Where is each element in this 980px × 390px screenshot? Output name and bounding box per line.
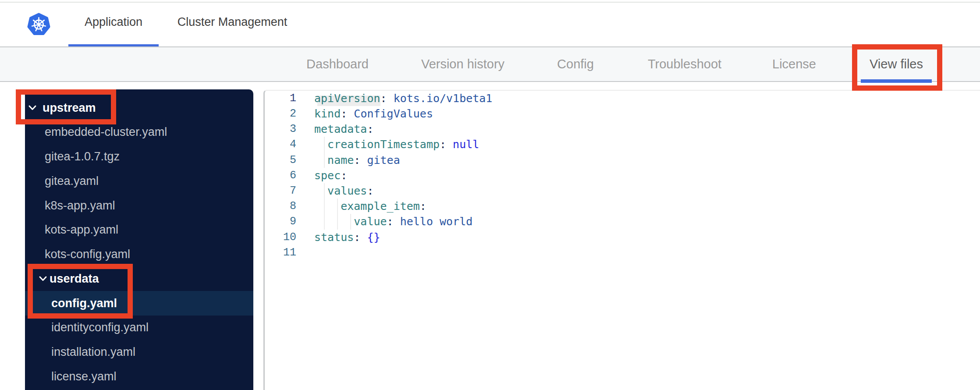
tree-item-label: k8s-app.yaml xyxy=(45,199,115,213)
subnav-item-dashboard[interactable]: Dashboard xyxy=(306,47,369,81)
window-top-divider xyxy=(0,2,980,3)
tree-file-kots-config.yaml[interactable]: kots-config.yaml xyxy=(25,242,253,267)
tree-item-label: kots-config.yaml xyxy=(45,248,130,261)
kubernetes-logo-icon xyxy=(27,12,50,37)
tree-item-label: identityconfig.yaml xyxy=(51,321,149,334)
tree-item-label: embedded-cluster.yaml xyxy=(45,125,167,139)
tree-file-gitea-1.0.7.tgz[interactable]: gitea-1.0.7.tgz xyxy=(25,145,253,169)
annotation-rect-view-files xyxy=(852,44,942,91)
tree-file-gitea.yaml[interactable]: gitea.yaml xyxy=(25,169,253,193)
editor-word-highlight xyxy=(317,96,380,106)
subnav-item-config[interactable]: Config xyxy=(557,47,594,81)
annotation-rect-userdata-config xyxy=(28,264,133,319)
annotation-rect-upstream xyxy=(16,89,116,124)
tree-file-k8s-app.yaml[interactable]: k8s-app.yaml xyxy=(25,193,253,218)
file-tree-sidebar: upstreamembedded-cluster.yamlgitea-1.0.7… xyxy=(25,89,253,390)
subnav-item-troubleshoot[interactable]: Troubleshoot xyxy=(648,47,721,81)
file-editor-panel xyxy=(263,90,980,390)
tree-item-label: gitea.yaml xyxy=(45,174,99,188)
tab-cluster-management[interactable]: Cluster Management xyxy=(167,0,298,44)
tree-item-label: installation.yaml xyxy=(51,345,135,359)
subnav-item-license[interactable]: License xyxy=(772,47,816,81)
tree-file-kots-app.yaml[interactable]: kots-app.yaml xyxy=(25,218,253,242)
tree-item-label: license.yaml xyxy=(51,370,117,383)
tree-item-label: gitea-1.0.7.tgz xyxy=(45,150,120,163)
app-subnav: DashboardVersion historyConfigTroublesho… xyxy=(0,46,980,82)
subnav-item-version-history[interactable]: Version history xyxy=(421,47,504,81)
app-header: Application Cluster Management xyxy=(0,0,980,46)
tree-file-license.yaml[interactable]: license.yaml xyxy=(25,364,253,389)
tab-application[interactable]: Application xyxy=(68,0,159,44)
tree-item-label: kots-app.yaml xyxy=(45,223,118,237)
tree-file-installation.yaml[interactable]: installation.yaml xyxy=(25,340,253,365)
tree-file-identityconfig.yaml[interactable]: identityconfig.yaml xyxy=(25,316,253,340)
